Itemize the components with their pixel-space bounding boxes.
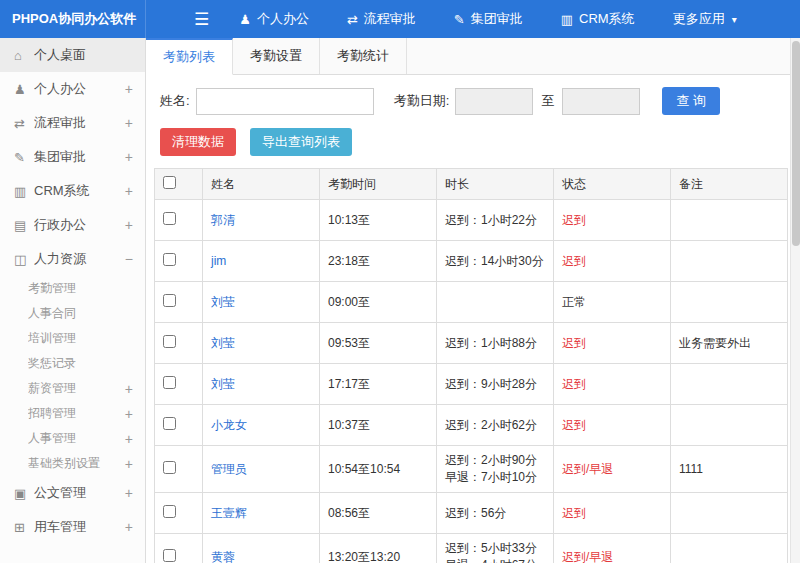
employee-name-link[interactable]: 郭清 (211, 213, 235, 227)
checkbox-cell (155, 282, 203, 323)
employee-name-link[interactable]: 刘莹 (211, 377, 235, 391)
date-from-input[interactable] (455, 88, 533, 115)
note-cell: 业务需要外出 (671, 323, 788, 364)
user-icon: ♟ (14, 83, 34, 96)
sidebar-item[interactable]: ▥ CRM系统 + (0, 174, 145, 208)
status-cell: 迟到 (554, 364, 671, 405)
row-checkbox[interactable] (163, 376, 176, 389)
topnav-item[interactable]: ⇄ 流程审批 ▾ (347, 10, 416, 28)
duration-cell: 迟到：5小时33分 早退：4小时67分 (437, 534, 554, 563)
row-checkbox[interactable] (163, 253, 176, 266)
export-list-button[interactable]: 导出查询列表 (250, 128, 352, 156)
column-header: 状态 (554, 169, 671, 200)
sidebar-item[interactable]: 招聘管理 + (0, 401, 145, 426)
expand-toggle[interactable]: + (125, 218, 133, 232)
sidebar-item[interactable]: ⊞ 用车管理 + (0, 510, 145, 544)
name-cell: 管理员 (203, 446, 320, 493)
status-cell: 迟到 (554, 241, 671, 282)
row-checkbox[interactable] (163, 505, 176, 518)
status-cell: 迟到 (554, 200, 671, 241)
sidebar-item-label: 薪资管理 (28, 380, 125, 397)
sidebar-item[interactable]: 考勤管理 (0, 276, 145, 301)
sidebar-item[interactable]: 基础类别设置 + (0, 451, 145, 476)
nav-label: 更多应用 (673, 10, 725, 28)
expand-toggle[interactable]: + (125, 116, 133, 130)
clean-data-button[interactable]: 清理数据 (160, 128, 236, 156)
employee-name-link[interactable]: 小龙女 (211, 418, 247, 432)
row-checkbox[interactable] (163, 461, 176, 474)
row-checkbox[interactable] (163, 549, 176, 562)
note-cell (671, 282, 788, 323)
expand-toggle[interactable]: + (125, 150, 133, 164)
scrollbar[interactable] (790, 38, 800, 563)
select-all-checkbox[interactable] (163, 176, 176, 189)
expand-toggle[interactable]: + (125, 457, 133, 471)
attendance-time-cell: 17:17至 (320, 364, 437, 405)
name-cell: jim (203, 241, 320, 282)
tab[interactable]: 考勤列表 (146, 38, 233, 75)
tab[interactable]: 考勤统计 (320, 38, 407, 74)
sidebar-item-label: 考勤管理 (28, 280, 133, 297)
hamburger-menu-icon[interactable]: ☰ (194, 11, 209, 28)
name-cell: 刘莹 (203, 282, 320, 323)
note-cell: 1111 (671, 446, 788, 493)
sidebar-item[interactable]: ▤ 行政办公 + (0, 208, 145, 242)
status-cell: 迟到 (554, 323, 671, 364)
sidebar-item[interactable]: ⌂ 个人桌面 (0, 38, 145, 72)
topnav-item[interactable]: ✎ 集团审批 ▾ (454, 10, 523, 28)
employee-name-link[interactable]: 刘莹 (211, 295, 235, 309)
employee-name-link[interactable]: 王壹辉 (211, 506, 247, 520)
attendance-time-cell: 09:00至 (320, 282, 437, 323)
expand-toggle[interactable]: + (125, 520, 133, 534)
date-label: 考勤日期: (394, 92, 450, 110)
employee-name-link[interactable]: 刘莹 (211, 336, 235, 350)
expand-toggle[interactable]: + (125, 407, 133, 421)
sidebar-item[interactable]: ◫ 人力资源 − (0, 242, 145, 276)
topnav-item[interactable]: 更多应用 ▾ (673, 10, 737, 28)
expand-toggle[interactable]: − (125, 252, 133, 266)
employee-name-link[interactable]: jim (211, 254, 226, 268)
name-cell: 刘莹 (203, 323, 320, 364)
topnav-item[interactable]: ♟ 个人办公 ▾ (239, 10, 309, 28)
sidebar-item[interactable]: 奖惩记录 (0, 351, 145, 376)
row-checkbox[interactable] (163, 335, 176, 348)
row-checkbox[interactable] (163, 212, 176, 225)
row-checkbox[interactable] (163, 294, 176, 307)
duration-cell: 迟到：1小时22分 (437, 200, 554, 241)
car-icon: ⊞ (14, 521, 34, 534)
topnav-item[interactable]: ▥ CRM系统 ▾ (561, 10, 635, 28)
sidebar-item[interactable]: 培训管理 (0, 326, 145, 351)
sidebar-item[interactable]: 人事管理 + (0, 426, 145, 451)
book-icon: ◫ (14, 253, 34, 266)
scrollbar-thumb[interactable] (792, 41, 800, 246)
expand-toggle[interactable]: + (125, 486, 133, 500)
expand-toggle[interactable]: + (125, 184, 133, 198)
row-checkbox[interactable] (163, 417, 176, 430)
sidebar-item[interactable]: ✎ 集团审批 + (0, 140, 145, 174)
sidebar-item[interactable]: 人事合同 (0, 301, 145, 326)
expand-toggle[interactable]: + (125, 432, 133, 446)
employee-name-link[interactable]: 管理员 (211, 462, 247, 476)
flow-icon: ⇄ (347, 13, 358, 26)
date-to-input[interactable] (562, 88, 640, 115)
tab[interactable]: 考勤设置 (233, 38, 320, 74)
attendance-time-cell: 08:56至 (320, 493, 437, 534)
status-cell: 迟到 (554, 493, 671, 534)
name-input[interactable] (196, 88, 374, 115)
sidebar-item-label: 行政办公 (34, 216, 125, 234)
duration-cell: 迟到：9小时28分 (437, 364, 554, 405)
search-button[interactable]: 查 询 (662, 87, 720, 115)
nav-label: 流程审批 (364, 10, 416, 28)
sidebar-item[interactable]: ▣ 公文管理 + (0, 476, 145, 510)
expand-toggle[interactable]: + (125, 382, 133, 396)
name-cell: 王壹辉 (203, 493, 320, 534)
attendance-time-cell: 23:18至 (320, 241, 437, 282)
employee-name-link[interactable]: 黄蓉 (211, 550, 235, 563)
name-cell: 郭清 (203, 200, 320, 241)
status-cell: 迟到/早退 (554, 534, 671, 563)
sidebar-item-label: 人事合同 (28, 305, 133, 322)
sidebar-item[interactable]: ♟ 个人办公 + (0, 72, 145, 106)
expand-toggle[interactable]: + (125, 82, 133, 96)
sidebar-item[interactable]: ⇄ 流程审批 + (0, 106, 145, 140)
sidebar-item[interactable]: 薪资管理 + (0, 376, 145, 401)
